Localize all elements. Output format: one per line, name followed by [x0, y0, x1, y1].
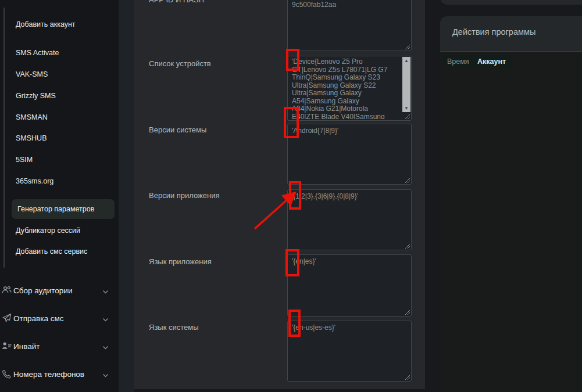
- scroll-down-icon[interactable]: ▼: [402, 105, 410, 112]
- system-versions-textarea[interactable]: 'Android{7|8|9}': [287, 124, 412, 185]
- system-language-textarea[interactable]: '{en-us|es-es}': [287, 321, 412, 382]
- textarea-line: '{en|es}': [292, 257, 409, 266]
- sidebar-item-sms-activate[interactable]: SMS Activate: [16, 49, 59, 57]
- device-list-scrollbar[interactable]: ▲ ▼: [402, 57, 410, 112]
- resize-grip-icon[interactable]: [405, 375, 410, 380]
- scroll-up-icon[interactable]: ▲: [402, 57, 410, 64]
- chevron-down-icon: [102, 373, 109, 378]
- field-label-app-versions: Версии приложения: [149, 192, 220, 200]
- sidebar-section-send-sms[interactable]: Отправка смс: [0, 313, 119, 326]
- field-label-app-id-hash: APP ID И HASH: [149, 0, 204, 4]
- chevron-down-icon: [102, 346, 109, 350]
- textarea-line: 9c500fab12aa: [292, 1, 409, 9]
- sidebar-section-invite[interactable]: Инвайт: [0, 341, 119, 354]
- sidebar-gap: [119, 0, 134, 392]
- phone-icon: [2, 369, 12, 379]
- textarea-line: A54|Samsung Galaxy: [292, 98, 401, 106]
- chevron-down-icon: [102, 318, 109, 322]
- textarea-line: GT|Lenovo Z5s L78071|LG G7: [292, 66, 401, 74]
- paper-plane-icon: [2, 313, 12, 323]
- textarea-line: Ultra|Samsung Galaxy: [292, 89, 401, 98]
- sidebar-scrollbar[interactable]: [3, 8, 5, 268]
- field-label-app-language: Язык приложения: [149, 258, 212, 266]
- resize-grip-icon[interactable]: [405, 178, 410, 184]
- app-versions-textarea[interactable]: '{1|2|3}.{3|6|9}.{0|8|9}': [287, 189, 412, 250]
- textarea-line: 'Android{7|8|9}': [292, 127, 409, 135]
- sidebar-item-5sim[interactable]: 5SIM: [16, 156, 33, 164]
- sidebar-item-add-sms-service[interactable]: Добавить смс сервис: [16, 247, 87, 256]
- person-list-icon: [2, 341, 12, 351]
- textarea-line: ThinQ|Samsung Galaxy S23: [292, 74, 401, 82]
- field-label-system-language: Язык системы: [149, 323, 199, 332]
- textarea-line: 'Device{Lenovo Z5 Pro: [292, 58, 401, 66]
- right-panel-top-card-fragment: [440, 0, 582, 5]
- sidebar: Добавить аккаунт SMS Activate VAK-SMS Gr…: [0, 0, 119, 392]
- textarea-line: E40|ZTE Blade V40|Samsung: [292, 113, 401, 120]
- resize-grip-icon[interactable]: [405, 44, 410, 50]
- app-language-textarea[interactable]: '{en|es}': [287, 254, 412, 317]
- column-header-account[interactable]: Аккаунт: [474, 55, 513, 68]
- sidebar-item-smshub[interactable]: SMSHUB: [16, 134, 47, 142]
- sidebar-item-365sms[interactable]: 365sms.org: [16, 177, 53, 185]
- sidebar-item-vak-sms[interactable]: VAK-SMS: [16, 70, 48, 78]
- program-actions-title: Действия программы: [452, 27, 535, 37]
- textarea-line: Ultra|Samsung Galaxy S22: [292, 82, 401, 90]
- sidebar-section-phone-numbers[interactable]: Номера телефонов: [0, 369, 119, 382]
- textarea-line: '{en-us|es-es}': [292, 323, 409, 332]
- sidebar-item-grizzly-sms[interactable]: Grizzly SMS: [16, 92, 56, 100]
- column-header-time[interactable]: Время: [444, 55, 473, 68]
- sidebar-section-label: Отправка смс: [13, 314, 63, 323]
- resize-grip-icon[interactable]: [405, 310, 410, 315]
- device-list-textarea[interactable]: 'Device{Lenovo Z5 Pro GT|Lenovo Z5s L780…: [287, 56, 412, 121]
- parameter-generator-panel: APP ID И HASH f1e7b57e4b8cc0db553d08bb1e…: [134, 0, 425, 389]
- app-id-hash-textarea[interactable]: f1e7b57e4b8cc0db553d08bb1e0655c3 9c500fa…: [287, 0, 412, 51]
- sidebar-section-label: Сбор аудитории: [13, 286, 72, 295]
- sidebar-item-smsman[interactable]: SMSMAN: [16, 113, 48, 121]
- resize-grip-icon[interactable]: [405, 243, 410, 249]
- people-group-icon: [2, 285, 12, 295]
- field-label-system-versions: Версии системы: [149, 126, 206, 134]
- sidebar-item-session-duplicator[interactable]: Дубликатор сессий: [16, 226, 80, 235]
- program-actions-table: [440, 52, 582, 392]
- sidebar-section-label: Номера телефонов: [13, 370, 84, 379]
- sidebar-item-add-account[interactable]: Добавить аккаунт: [16, 20, 76, 28]
- field-label-device-list: Список устройств: [149, 60, 211, 68]
- textarea-line: A34|Nokia G21|Motorola: [292, 105, 401, 113]
- textarea-line: '{1|2|3}.{3|6|9}.{0|8|9}': [292, 192, 409, 201]
- chevron-down-icon: [102, 290, 109, 294]
- sidebar-section-audience[interactable]: Сбор аудитории: [0, 285, 119, 298]
- resize-grip-icon[interactable]: [405, 114, 410, 120]
- sidebar-item-generator[interactable]: Генератор параметров: [17, 205, 94, 213]
- sidebar-section-label: Инвайт: [13, 342, 40, 351]
